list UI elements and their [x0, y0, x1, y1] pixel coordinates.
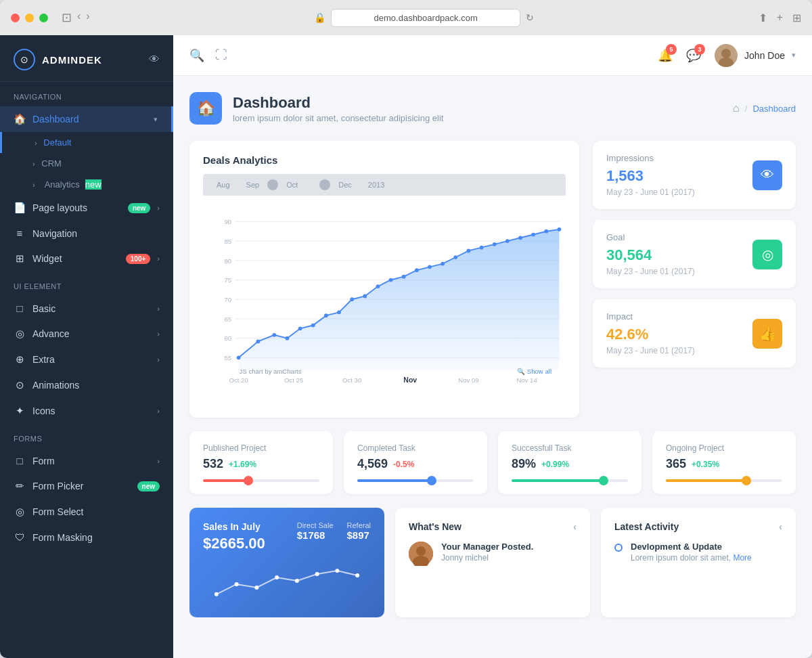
metric-label: Completed Task — [357, 443, 474, 453]
stat-value-goal: 30,564 — [606, 246, 695, 264]
search-icon[interactable]: 🔍 — [189, 48, 204, 63]
browser-actions: ⬆ + ⊞ — [759, 12, 801, 24]
home-breadcrumb-icon[interactable]: ⌂ — [733, 102, 740, 114]
news-avatar — [409, 542, 433, 566]
breadcrumb: ⌂ / Dashboard — [733, 102, 796, 114]
activity-chevron-icon[interactable]: ‹ — [779, 521, 782, 532]
svg-point-26 — [350, 297, 354, 301]
chart-card: Deals Analytics Aug Sep Oct Dec 2013 — [189, 141, 579, 418]
stat-content-impressions: Impressions 1,563 May 23 - June 01 (2017… — [606, 153, 695, 197]
sidebar-item-form-masking[interactable]: 🛡 Form Masking — [0, 525, 173, 550]
form-masking-icon: 🛡 — [14, 531, 26, 543]
activity-content: Devlopment & Update Lorem ipsum dolor si… — [631, 542, 752, 563]
whats-new-chevron-icon[interactable]: ‹ — [573, 521, 577, 532]
svg-point-54 — [275, 575, 279, 579]
activity-more-link[interactable]: More — [733, 553, 751, 563]
slider-thumb[interactable] — [244, 476, 253, 485]
sidebar-item-widget[interactable]: ⊞ Widget 100+ › — [0, 246, 173, 271]
reload-icon[interactable]: ↻ — [526, 12, 534, 23]
svg-point-32 — [428, 265, 432, 269]
url-input[interactable]: demo.dashboardpack.com — [331, 9, 520, 27]
direct-label: Direct Sale — [297, 521, 334, 529]
sidebar-item-crm[interactable]: › CRM — [0, 153, 173, 174]
metric-slider-completed[interactable] — [357, 479, 474, 482]
activity-header: Latest Activity ‹ — [614, 521, 782, 532]
sidebar-item-advance[interactable]: ◎ Advance › — [0, 321, 173, 347]
widget-icon: ⊞ — [14, 253, 26, 265]
sidebar-item-form-select[interactable]: ◎ Form Select — [0, 499, 173, 525]
metric-slider-successful[interactable] — [512, 479, 628, 482]
slider-thumb[interactable] — [427, 476, 436, 485]
expand-icon[interactable]: ⛶ — [215, 48, 227, 62]
chevron-right-icon: › — [157, 355, 160, 364]
sidebar-item-navigation[interactable]: ≡ Navigation — [0, 221, 173, 246]
svg-point-18 — [237, 355, 241, 359]
chevron-right-icon: › — [157, 457, 160, 465]
stat-date-impressions: May 23 - June 01 (2017) — [606, 188, 695, 197]
chart-range-bar: Aug Sep Oct Dec 2013 — [203, 174, 566, 196]
svg-point-60 — [416, 546, 426, 556]
sidebar-item-default[interactable]: › Default — [0, 132, 173, 153]
chevron-right-icon: › — [157, 255, 160, 263]
news-content: Your Manager Posted. Jonny michel — [441, 542, 533, 563]
sidebar-item-extra[interactable]: ⊕ Extra › — [0, 347, 173, 372]
metric-number: 532 — [203, 457, 223, 471]
topbar-right: 🔔 5 💬 3 John Doe ▾ — [658, 44, 796, 67]
sidebar-item-dashboard[interactable]: 🏠 Dashboard ▾ — [0, 106, 173, 132]
whats-new-title: What's New — [409, 521, 461, 532]
news-item: Your Manager Posted. Jonny michel — [409, 542, 577, 566]
bottom-grid: Sales In July $2665.00 Direct Sale $1768… — [189, 508, 796, 617]
sidebar-toggle-icon[interactable]: ⊡ — [62, 10, 72, 25]
svg-point-56 — [315, 572, 319, 576]
sales-chart-area — [203, 561, 371, 604]
sidebar-item-analytics[interactable]: › Analytics new — [0, 174, 173, 195]
chat-notification[interactable]: 💬 3 — [686, 48, 701, 63]
metric-slider-ongoing[interactable] — [666, 479, 782, 482]
maximize-button[interactable] — [39, 14, 48, 22]
avatar — [715, 44, 738, 67]
sales-mini-chart — [203, 561, 371, 601]
range-handle-right[interactable] — [319, 179, 330, 190]
metric-number: 4,569 — [357, 457, 388, 471]
extra-icon: ⊕ — [14, 353, 26, 366]
svg-text:Oct 25: Oct 25 — [284, 376, 303, 384]
basic-icon: □ — [14, 303, 26, 314]
range-label-dec: Dec — [338, 181, 352, 189]
topbar: 🔍 ⛶ 🔔 5 💬 3 J — [173, 35, 812, 76]
stat-content-impact: Impact 42.6% May 23 - June 01 (2017) — [606, 311, 695, 355]
svg-point-58 — [355, 573, 359, 577]
sales-title: Sales In July — [203, 521, 265, 532]
svg-text:🔍 Show all: 🔍 Show all — [517, 368, 551, 376]
slider-thumb[interactable] — [742, 476, 751, 485]
slider-thumb[interactable] — [599, 476, 608, 485]
user-menu[interactable]: John Doe ▾ — [715, 44, 796, 67]
sidebar-item-page-layouts[interactable]: 📄 Page layouts new › — [0, 195, 173, 221]
svg-point-22 — [298, 326, 302, 330]
stat-label: Impact — [606, 311, 695, 322]
minimize-button[interactable] — [25, 14, 34, 22]
sidebar-item-animations[interactable]: ⊙ Animations — [0, 372, 173, 398]
svg-point-27 — [363, 294, 367, 299]
close-button[interactable] — [11, 14, 20, 22]
sidebar-item-icons[interactable]: ✦ Icons › — [0, 398, 173, 424]
svg-point-52 — [235, 582, 239, 586]
eye-icon[interactable]: 👁 — [149, 53, 160, 66]
sidebar-item-form[interactable]: □ Form › — [0, 448, 173, 473]
stat-label: Impressions — [606, 153, 695, 163]
svg-point-21 — [286, 336, 290, 341]
windows-icon[interactable]: ⊞ — [792, 12, 801, 24]
forms-section-label: Forms — [0, 424, 173, 448]
page-icon: 📄 — [14, 202, 26, 214]
share-icon[interactable]: ⬆ — [759, 12, 767, 24]
forward-icon[interactable]: › — [86, 10, 89, 25]
bell-notification[interactable]: 🔔 5 — [658, 48, 673, 63]
new-tab-icon[interactable]: + — [777, 12, 783, 24]
metric-change: -0.5% — [393, 460, 414, 469]
range-handle-left[interactable] — [267, 179, 278, 190]
back-icon[interactable]: ‹ — [77, 10, 81, 25]
sidebar-item-basic[interactable]: □ Basic › — [0, 296, 173, 321]
breadcrumb-current: Dashboard — [752, 104, 796, 114]
metric-slider-published[interactable] — [203, 479, 319, 482]
home-icon: 🏠 — [14, 113, 26, 125]
sidebar-item-form-picker[interactable]: ✏ Form Picker new — [0, 473, 173, 499]
